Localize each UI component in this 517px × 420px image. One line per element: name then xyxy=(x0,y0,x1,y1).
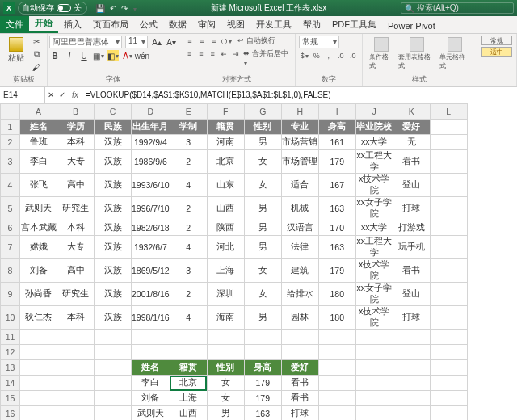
align-middle-icon[interactable]: ≡ xyxy=(196,36,208,47)
lookup-cell[interactable]: 李白 xyxy=(132,376,170,391)
cell[interactable]: 女 xyxy=(244,283,281,306)
cell[interactable] xyxy=(132,330,170,345)
align-top-icon[interactable]: ≡ xyxy=(184,36,195,47)
cell[interactable]: 深圳 xyxy=(207,283,244,306)
cell[interactable]: 武则天 xyxy=(20,197,57,220)
cell[interactable]: 大专 xyxy=(57,150,95,174)
cell[interactable]: 男 xyxy=(244,236,281,259)
cell[interactable]: 适合 xyxy=(281,174,318,197)
wrap-text-button[interactable]: ↩ 自动换行 xyxy=(237,36,275,47)
cell[interactable] xyxy=(430,259,467,283)
lookup-cell[interactable]: 男 xyxy=(207,406,244,421)
cell[interactable]: 河北 xyxy=(207,236,244,259)
merge-center-button[interactable]: ⬌ 合并后居中 xyxy=(243,48,289,67)
cell[interactable]: 研究生 xyxy=(57,283,95,306)
cell[interactable]: xx大学 xyxy=(355,135,393,150)
row-header[interactable]: 4 xyxy=(1,174,20,197)
cell[interactable]: x技术学院 xyxy=(355,259,393,283)
cell[interactable]: 161 xyxy=(318,135,355,150)
cell[interactable]: 163 xyxy=(318,236,355,259)
data-header-cell[interactable]: 籍贯 xyxy=(207,120,244,135)
search-box[interactable]: 🔍 搜索(Alt+Q) xyxy=(401,2,514,14)
cell[interactable]: 李白 xyxy=(20,150,57,174)
currency-icon[interactable]: $ xyxy=(299,50,310,61)
cell[interactable]: 4 xyxy=(170,236,207,259)
data-header-cell[interactable]: 姓名 xyxy=(20,120,57,135)
cell[interactable]: 本科 xyxy=(57,220,95,236)
row-header[interactable]: 12 xyxy=(1,345,20,360)
row-header[interactable]: 6 xyxy=(1,220,20,236)
cell[interactable]: 高中 xyxy=(57,259,95,283)
data-header-cell[interactable]: 爱好 xyxy=(393,120,430,135)
cell[interactable]: 海南 xyxy=(207,306,244,330)
cell[interactable]: 2001/8/16 xyxy=(132,283,170,306)
cell[interactable]: 宫本武藏 xyxy=(20,220,57,236)
cell[interactable] xyxy=(318,391,355,406)
cell[interactable]: 园林 xyxy=(281,306,318,330)
cell[interactable]: x技术学院 xyxy=(355,174,393,197)
grow-font-icon[interactable]: A▴ xyxy=(151,36,162,48)
align-bottom-icon[interactable]: ≡ xyxy=(208,36,220,47)
lookup-cell[interactable]: 北京 xyxy=(170,376,207,391)
dec-decimal-icon[interactable]: .0 xyxy=(347,50,359,61)
cell[interactable]: 上海 xyxy=(207,259,244,283)
cell[interactable] xyxy=(57,330,95,345)
col-header[interactable]: C xyxy=(95,104,132,120)
col-header[interactable]: D xyxy=(132,104,170,120)
col-header[interactable]: L xyxy=(430,104,467,120)
cell[interactable] xyxy=(393,330,430,345)
cell[interactable]: 4 xyxy=(170,306,207,330)
row-header[interactable]: 5 xyxy=(1,197,20,220)
cell[interactable] xyxy=(430,330,467,345)
cell[interactable] xyxy=(95,376,132,391)
data-header-cell[interactable]: 性别 xyxy=(244,120,281,135)
lookup-cell[interactable]: 看书 xyxy=(281,391,318,406)
cell[interactable]: 180 xyxy=(318,306,355,330)
lookup-cell[interactable]: 179 xyxy=(244,391,281,406)
cell[interactable]: 陕西 xyxy=(207,220,244,236)
cell[interactable] xyxy=(20,330,57,345)
cell[interactable] xyxy=(57,391,95,406)
lookup-cell[interactable]: 163 xyxy=(244,406,281,421)
redo-icon[interactable]: ↷ xyxy=(121,4,128,13)
lookup-header-cell[interactable]: 爱好 xyxy=(281,360,318,376)
cell[interactable] xyxy=(430,391,467,406)
tab-data[interactable]: 数据 xyxy=(163,16,192,33)
cell[interactable] xyxy=(430,220,467,236)
col-header[interactable]: K xyxy=(393,104,430,120)
cell[interactable]: 2 xyxy=(170,197,207,220)
phonetic-icon[interactable]: wén xyxy=(137,50,148,61)
cell[interactable]: 汉族 xyxy=(95,220,132,236)
cell[interactable]: xx工程大学 xyxy=(355,236,393,259)
format-painter-icon[interactable]: 🖌 xyxy=(31,61,42,73)
row-header[interactable]: 7 xyxy=(1,236,20,259)
cell[interactable] xyxy=(57,345,95,360)
cell[interactable]: 3 xyxy=(170,259,207,283)
cell[interactable]: xx女子学院 xyxy=(355,283,393,306)
cell[interactable] xyxy=(393,391,430,406)
cell[interactable] xyxy=(20,345,57,360)
tab-view[interactable]: 视图 xyxy=(221,16,250,33)
cell[interactable]: 163 xyxy=(318,197,355,220)
cell[interactable] xyxy=(244,345,281,360)
cell[interactable] xyxy=(430,283,467,306)
cell[interactable]: 研究生 xyxy=(57,197,95,220)
col-header[interactable]: J xyxy=(355,104,393,120)
cell[interactable] xyxy=(430,376,467,391)
cell[interactable]: 1869/5/12 xyxy=(132,259,170,283)
cancel-icon[interactable]: ✕ xyxy=(45,90,57,101)
cell[interactable] xyxy=(57,376,95,391)
tab-insert[interactable]: 插入 xyxy=(58,16,87,33)
cell[interactable]: 1996/7/10 xyxy=(132,197,170,220)
lookup-cell[interactable]: 看书 xyxy=(281,376,318,391)
col-header[interactable]: A xyxy=(20,104,57,120)
cell-styles-button[interactable]: 单元格样式 xyxy=(438,36,472,72)
cell[interactable] xyxy=(430,360,467,376)
percent-icon[interactable]: % xyxy=(311,50,322,61)
cell[interactable]: 打球 xyxy=(393,197,430,220)
cell[interactable] xyxy=(281,330,318,345)
cell[interactable] xyxy=(170,330,207,345)
cell[interactable] xyxy=(430,236,467,259)
select-all-corner[interactable] xyxy=(1,104,20,120)
lookup-header-cell[interactable]: 姓名 xyxy=(132,360,170,376)
